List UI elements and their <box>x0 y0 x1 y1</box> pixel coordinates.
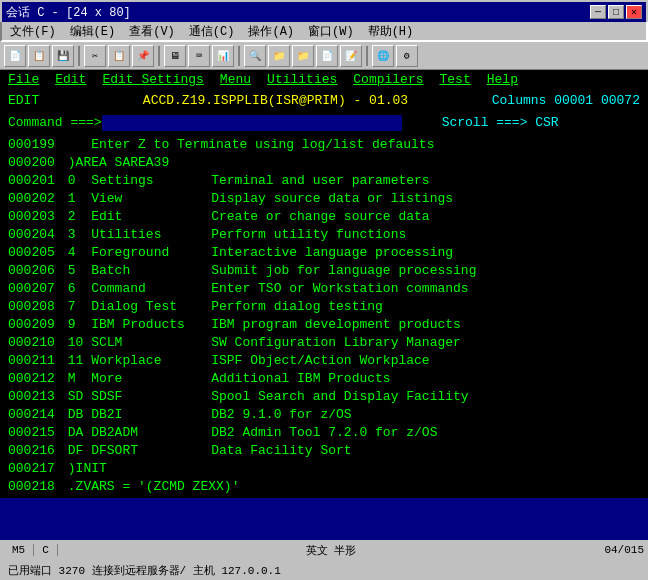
toolbar-btn-14[interactable]: 📝 <box>340 45 362 67</box>
table-row: 000201 0 Settings Terminal and user para… <box>8 172 640 190</box>
linenum: 000207 <box>8 280 60 298</box>
scroll-label: Scroll ===> CSR <box>442 114 559 132</box>
linenum: 000209 <box>8 316 60 334</box>
table-row: 000218 .ZVARS = '(ZCMD ZEXX)' <box>8 478 640 496</box>
win-menu-item-v[interactable]: 查看(V) <box>123 22 181 41</box>
toolbar-sep-3 <box>238 46 240 66</box>
toolbar-btn-9[interactable]: 📊 <box>212 45 234 67</box>
toolbar-btn-5[interactable]: 📋 <box>108 45 130 67</box>
connection-info: 已用端口 3270 连接到远程服务器/ 主机 127.0.0.1 <box>8 563 281 578</box>
position-indicator: 04/015 <box>604 544 644 556</box>
linenum: 000213 <box>8 388 60 406</box>
win-menu-item-a[interactable]: 操作(A) <box>242 22 300 41</box>
table-row: 000212 M More Additional IBM Products <box>8 370 640 388</box>
toolbar-btn-2[interactable]: 📋 <box>28 45 50 67</box>
toolbar-btn-4[interactable]: ✂ <box>84 45 106 67</box>
header-line1: EDIT ACCD.Z19.ISPPLIB(ISR@PRIM) - 01.03 … <box>0 90 648 112</box>
code-desc: ISPF Object/Action Workplace <box>211 352 429 370</box>
table-row: 000208 7 Dialog Test Perform dialog test… <box>8 298 640 316</box>
code-label: DB2I <box>91 406 211 424</box>
code-num: 9 <box>60 316 91 334</box>
ispf-menu-item-menu[interactable]: Menu <box>220 71 251 89</box>
hint-line: 000199 Enter Z to Terminate using log/li… <box>8 136 640 154</box>
linenum: 000208 <box>8 298 60 316</box>
table-row: 000205 4 Foreground Interactive language… <box>8 244 640 262</box>
ispf-menu-item-utilities[interactable]: Utilities <box>267 71 337 89</box>
table-row: 000206 5 Batch Submit job for language p… <box>8 262 640 280</box>
code-num: 11 <box>60 352 91 370</box>
bottom-bar: 已用端口 3270 连接到远程服务器/ 主机 127.0.0.1 <box>0 560 648 580</box>
lang-indicator: 英文 半形 <box>58 543 605 558</box>
linenum: 000210 <box>8 334 60 352</box>
ispf-menu-item-file[interactable]: File <box>8 71 39 89</box>
command-input[interactable] <box>102 115 402 131</box>
win-menu-item-h[interactable]: 帮助(H) <box>362 22 420 41</box>
title-buttons: ─ □ ✕ <box>590 5 642 19</box>
ispf-menu-item-edit-settings[interactable]: Edit_Settings <box>102 71 203 89</box>
toolbar-btn-1[interactable]: 📄 <box>4 45 26 67</box>
toolbar-btn-10[interactable]: 🔍 <box>244 45 266 67</box>
code-desc: Interactive language processing <box>211 244 453 262</box>
code-num: SD <box>60 388 91 406</box>
toolbar-sep-2 <box>158 46 160 66</box>
ispf-menu-item-edit[interactable]: Edit <box>55 71 86 89</box>
win-menu-item-w[interactable]: 窗口(W) <box>302 22 360 41</box>
toolbar-btn-6[interactable]: 📌 <box>132 45 154 67</box>
linenum: 000211 <box>8 352 60 370</box>
table-row: 000215 DA DB2ADM DB2 Admin Tool 7.2.0 fo… <box>8 424 640 442</box>
edit-label: EDIT <box>8 92 39 110</box>
code-desc: Terminal and user parameters <box>211 172 429 190</box>
ispf-menu-item-help[interactable]: Help <box>487 71 518 89</box>
minimize-button[interactable]: ─ <box>590 5 606 19</box>
toolbar-btn-12[interactable]: 📁 <box>292 45 314 67</box>
toolbar: 📄 📋 💾 ✂ 📋 📌 🖥 ⌨ 📊 🔍 📁 📁 📄 📝 🌐 ⚙ <box>0 42 648 70</box>
linenum: 000200 <box>8 154 60 172</box>
toolbar-btn-3[interactable]: 💾 <box>52 45 74 67</box>
toolbar-btn-13[interactable]: 📄 <box>316 45 338 67</box>
table-row: 000213 SD SDSF Spool Search and Display … <box>8 388 640 406</box>
ispf-menu-item-compilers[interactable]: Compilers <box>353 71 423 89</box>
table-row: 000202 1 View Display source data or lis… <box>8 190 640 208</box>
ispf-menu-item-test[interactable]: Test <box>440 71 471 89</box>
status-bar: M5 C 英文 半形 04/015 <box>0 540 648 560</box>
toolbar-btn-11[interactable]: 📁 <box>268 45 290 67</box>
linenum: 000205 <box>8 244 60 262</box>
win-menu-item-f[interactable]: 文件(F) <box>4 22 62 41</box>
toolbar-sep-4 <box>366 46 368 66</box>
code-label: Foreground <box>91 244 211 262</box>
close-button[interactable]: ✕ <box>626 5 642 19</box>
area-label: )AREA SAREA39 <box>60 154 169 172</box>
code-desc: Display source data or listings <box>211 190 453 208</box>
code-label: Edit <box>91 208 211 226</box>
code-num: DF <box>60 442 91 460</box>
maximize-button[interactable]: □ <box>608 5 624 19</box>
code-num: 1 <box>60 190 91 208</box>
win-menu-item-e[interactable]: 编辑(E) <box>64 22 122 41</box>
code-desc: DB2 9.1.0 for z/OS <box>211 406 351 424</box>
code-num: 10 <box>60 334 91 352</box>
linenum: 000202 <box>8 190 60 208</box>
table-row: 000209 9 IBM Products IBM program develo… <box>8 316 640 334</box>
code-label: Command <box>91 280 211 298</box>
toolbar-sep-1 <box>78 46 80 66</box>
toolbar-btn-16[interactable]: ⚙ <box>396 45 418 67</box>
toolbar-btn-15[interactable]: 🌐 <box>372 45 394 67</box>
linenum-hint: 000199 <box>8 136 60 154</box>
code-label: IBM Products <box>91 316 211 334</box>
linenum: 000214 <box>8 406 60 424</box>
linenum: 000216 <box>8 442 60 460</box>
code-desc: Submit job for language processing <box>211 262 476 280</box>
toolbar-btn-8[interactable]: ⌨ <box>188 45 210 67</box>
code-desc: Enter TSO or Workstation commands <box>211 280 468 298</box>
code-label: SCLM <box>91 334 211 352</box>
linenum: 000203 <box>8 208 60 226</box>
table-row: 000214 DB DB2I DB2 9.1.0 for z/OS <box>8 406 640 424</box>
code-num: 5 <box>60 262 91 280</box>
code-num: DB <box>60 406 91 424</box>
columns-label: Columns 00001 00072 <box>492 92 640 110</box>
toolbar-btn-7[interactable]: 🖥 <box>164 45 186 67</box>
code-label: Dialog Test <box>91 298 211 316</box>
table-row: 000211 11 Workplace ISPF Object/Action W… <box>8 352 640 370</box>
win-menu-item-c[interactable]: 通信(C) <box>183 22 241 41</box>
main-content: 000199 Enter Z to Terminate using log/li… <box>0 134 648 498</box>
